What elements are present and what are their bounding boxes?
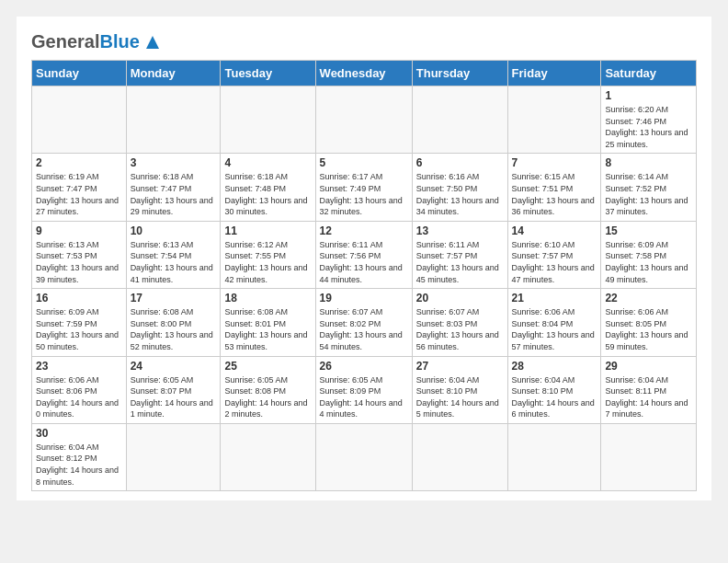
calendar-cell: 13Sunrise: 6:11 AMSunset: 7:57 PMDayligh…: [412, 221, 507, 288]
calendar-cell: [601, 423, 697, 490]
day-info: Sunrise: 6:06 AMSunset: 8:04 PMDaylight:…: [512, 306, 597, 352]
day-info: Sunrise: 6:13 AMSunset: 7:54 PMDaylight:…: [131, 239, 217, 285]
calendar-cell: 23Sunrise: 6:06 AMSunset: 8:06 PMDayligh…: [32, 356, 127, 423]
calendar-cell: 30Sunrise: 6:04 AMSunset: 8:12 PMDayligh…: [32, 423, 127, 490]
day-number: 17: [131, 292, 217, 304]
day-info: Sunrise: 6:07 AMSunset: 8:03 PMDaylight:…: [416, 306, 504, 352]
day-info: Sunrise: 6:06 AMSunset: 8:06 PMDaylight:…: [36, 374, 122, 420]
day-number: 1: [605, 89, 692, 102]
day-number: 26: [320, 360, 408, 373]
header: General Blue: [31, 31, 697, 52]
day-info: Sunrise: 6:04 AMSunset: 8:10 PMDaylight:…: [512, 374, 597, 420]
calendar-cell: 3Sunrise: 6:18 AMSunset: 7:47 PMDaylight…: [126, 154, 221, 221]
calendar-cell: [32, 86, 127, 154]
logo-general-label: General: [31, 31, 99, 52]
day-number: 16: [36, 292, 122, 304]
day-info: Sunrise: 6:07 AMSunset: 8:02 PMDaylight:…: [320, 306, 408, 352]
day-info: Sunrise: 6:04 AMSunset: 8:12 PMDaylight:…: [36, 442, 122, 488]
day-info: Sunrise: 6:09 AMSunset: 7:59 PMDaylight:…: [36, 306, 122, 352]
day-info: Sunrise: 6:04 AMSunset: 8:10 PMDaylight:…: [416, 374, 504, 420]
calendar-cell: [221, 423, 315, 490]
day-info: Sunrise: 6:14 AMSunset: 7:52 PMDaylight:…: [605, 171, 692, 217]
calendar-cell: [507, 86, 601, 154]
calendar-cell: 8Sunrise: 6:14 AMSunset: 7:52 PMDaylight…: [601, 154, 697, 221]
calendar-cell: 24Sunrise: 6:05 AMSunset: 8:07 PMDayligh…: [126, 356, 221, 423]
day-number: 2: [36, 156, 122, 169]
calendar: SundayMondayTuesdayWednesdayThursdayFrid…: [31, 60, 697, 491]
day-number: 29: [605, 360, 692, 373]
calendar-cell: 4Sunrise: 6:18 AMSunset: 7:48 PMDaylight…: [221, 154, 315, 221]
calendar-cell: 6Sunrise: 6:16 AMSunset: 7:50 PMDaylight…: [412, 154, 507, 221]
day-number: 18: [224, 292, 311, 304]
weekday-header-thursday: Thursday: [412, 61, 507, 86]
day-number: 12: [320, 224, 408, 237]
day-info: Sunrise: 6:08 AMSunset: 8:00 PMDaylight:…: [131, 306, 217, 352]
calendar-cell: [412, 86, 507, 154]
calendar-cell: 7Sunrise: 6:15 AMSunset: 7:51 PMDaylight…: [507, 154, 601, 221]
logo-icon: [142, 32, 163, 52]
weekday-header-saturday: Saturday: [601, 61, 697, 86]
calendar-cell: 9Sunrise: 6:13 AMSunset: 7:53 PMDaylight…: [32, 221, 127, 288]
day-number: 7: [512, 156, 597, 169]
day-info: Sunrise: 6:13 AMSunset: 7:53 PMDaylight:…: [36, 239, 122, 285]
day-number: 28: [512, 360, 597, 373]
day-info: Sunrise: 6:17 AMSunset: 7:49 PMDaylight:…: [320, 171, 408, 217]
calendar-cell: [315, 86, 412, 154]
day-number: 11: [224, 224, 311, 237]
calendar-cell: 26Sunrise: 6:05 AMSunset: 8:09 PMDayligh…: [315, 356, 412, 423]
page: General Blue SundayMondayTuesdayWednesda…: [17, 17, 711, 500]
calendar-cell: 20Sunrise: 6:07 AMSunset: 8:03 PMDayligh…: [412, 289, 507, 356]
calendar-cell: 17Sunrise: 6:08 AMSunset: 8:00 PMDayligh…: [126, 289, 221, 356]
calendar-cell: [221, 86, 315, 154]
day-number: 23: [36, 360, 122, 373]
day-number: 24: [131, 360, 217, 373]
svg-marker-0: [146, 36, 159, 49]
calendar-cell: 2Sunrise: 6:19 AMSunset: 7:47 PMDaylight…: [32, 154, 127, 221]
day-info: Sunrise: 6:08 AMSunset: 8:01 PMDaylight:…: [224, 306, 311, 352]
day-info: Sunrise: 6:16 AMSunset: 7:50 PMDaylight:…: [416, 171, 504, 217]
calendar-cell: 1Sunrise: 6:20 AMSunset: 7:46 PMDaylight…: [601, 86, 697, 154]
calendar-cell: 11Sunrise: 6:12 AMSunset: 7:55 PMDayligh…: [221, 221, 315, 288]
weekday-header-tuesday: Tuesday: [221, 61, 315, 86]
calendar-cell: 25Sunrise: 6:05 AMSunset: 8:08 PMDayligh…: [221, 356, 315, 423]
logo-blue-label: Blue: [99, 31, 139, 52]
day-number: 27: [416, 360, 504, 373]
day-number: 25: [224, 360, 311, 373]
weekday-header-sunday: Sunday: [32, 61, 127, 86]
calendar-cell: [126, 86, 221, 154]
day-info: Sunrise: 6:10 AMSunset: 7:57 PMDaylight:…: [512, 239, 597, 285]
day-number: 30: [36, 427, 122, 440]
calendar-cell: 29Sunrise: 6:04 AMSunset: 8:11 PMDayligh…: [601, 356, 697, 423]
day-info: Sunrise: 6:11 AMSunset: 7:56 PMDaylight:…: [320, 239, 408, 285]
day-info: Sunrise: 6:18 AMSunset: 7:48 PMDaylight:…: [224, 171, 311, 217]
calendar-cell: 22Sunrise: 6:06 AMSunset: 8:05 PMDayligh…: [601, 289, 697, 356]
calendar-cell: 14Sunrise: 6:10 AMSunset: 7:57 PMDayligh…: [507, 221, 601, 288]
calendar-cell: [507, 423, 601, 490]
weekday-header-monday: Monday: [126, 61, 221, 86]
calendar-cell: 12Sunrise: 6:11 AMSunset: 7:56 PMDayligh…: [315, 221, 412, 288]
day-number: 13: [416, 224, 504, 237]
logo: General Blue: [31, 31, 163, 52]
calendar-cell: 27Sunrise: 6:04 AMSunset: 8:10 PMDayligh…: [412, 356, 507, 423]
day-number: 21: [512, 292, 597, 304]
calendar-cell: 21Sunrise: 6:06 AMSunset: 8:04 PMDayligh…: [507, 289, 601, 356]
day-number: 14: [512, 224, 597, 237]
day-number: 6: [416, 156, 504, 169]
calendar-cell: 10Sunrise: 6:13 AMSunset: 7:54 PMDayligh…: [126, 221, 221, 288]
day-number: 4: [224, 156, 311, 169]
day-number: 3: [131, 156, 217, 169]
calendar-cell: [315, 423, 412, 490]
weekday-header-friday: Friday: [507, 61, 601, 86]
day-info: Sunrise: 6:04 AMSunset: 8:11 PMDaylight:…: [605, 374, 692, 420]
calendar-cell: [412, 423, 507, 490]
day-info: Sunrise: 6:12 AMSunset: 7:55 PMDaylight:…: [224, 239, 311, 285]
day-number: 20: [416, 292, 504, 304]
calendar-cell: 5Sunrise: 6:17 AMSunset: 7:49 PMDaylight…: [315, 154, 412, 221]
calendar-cell: 18Sunrise: 6:08 AMSunset: 8:01 PMDayligh…: [221, 289, 315, 356]
day-info: Sunrise: 6:05 AMSunset: 8:08 PMDaylight:…: [224, 374, 311, 420]
day-number: 5: [320, 156, 408, 169]
day-info: Sunrise: 6:19 AMSunset: 7:47 PMDaylight:…: [36, 171, 122, 217]
calendar-cell: 16Sunrise: 6:09 AMSunset: 7:59 PMDayligh…: [32, 289, 127, 356]
day-info: Sunrise: 6:18 AMSunset: 7:47 PMDaylight:…: [131, 171, 217, 217]
day-info: Sunrise: 6:15 AMSunset: 7:51 PMDaylight:…: [512, 171, 597, 217]
